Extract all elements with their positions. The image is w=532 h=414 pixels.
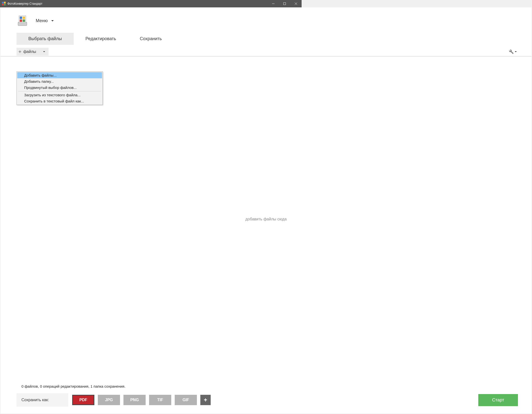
menu-button[interactable]: Меню xyxy=(36,18,54,23)
menu-item-add-files[interactable]: Добавить файлы... xyxy=(17,72,102,78)
svg-rect-10 xyxy=(20,17,22,19)
minimize-button[interactable] xyxy=(268,0,279,7)
menu-item-save-to-txt[interactable]: Сохранить в текстовый файл как... xyxy=(17,98,102,104)
menu-separator xyxy=(18,91,101,91)
files-dropdown-menu: Добавить файлы... Добавить папку... Прод… xyxy=(17,71,103,105)
drop-hint: добавить файлы сюда xyxy=(245,217,287,221)
menu-label: Меню xyxy=(36,18,48,23)
app-logo xyxy=(17,15,28,27)
svg-rect-11 xyxy=(23,17,25,19)
app-icon-small xyxy=(2,2,6,6)
chevron-down-icon xyxy=(43,51,45,52)
svg-rect-12 xyxy=(20,19,22,22)
plus-icon: + xyxy=(18,49,21,54)
svg-rect-2 xyxy=(2,4,4,5)
svg-rect-0 xyxy=(2,2,4,3)
tab-save[interactable]: Сохранить xyxy=(128,33,173,45)
titlebar: ФотоКонвертер Стандарт xyxy=(0,0,302,7)
svg-rect-5 xyxy=(284,3,286,5)
svg-rect-3 xyxy=(4,4,6,5)
menu-item-load-from-txt[interactable]: Загрузить из текстового файла... xyxy=(17,92,102,98)
tab-edit[interactable]: Редактировать xyxy=(74,33,128,45)
add-files-dropdown-button[interactable]: + файлы xyxy=(17,48,49,56)
svg-rect-13 xyxy=(23,19,25,22)
window-title: ФотоКонвертер Стандарт xyxy=(7,2,268,5)
close-button[interactable] xyxy=(290,0,302,7)
files-label: файлы xyxy=(23,50,36,54)
svg-rect-1 xyxy=(4,2,6,3)
chevron-down-icon xyxy=(51,20,54,21)
maximize-button[interactable] xyxy=(279,0,290,7)
menu-item-advanced-select[interactable]: Продвинутый выбор файлов... xyxy=(17,84,102,91)
menu-item-add-folder[interactable]: Добавить папку... xyxy=(17,78,102,84)
tab-select-files[interactable]: Выбрать файлы xyxy=(17,33,74,45)
